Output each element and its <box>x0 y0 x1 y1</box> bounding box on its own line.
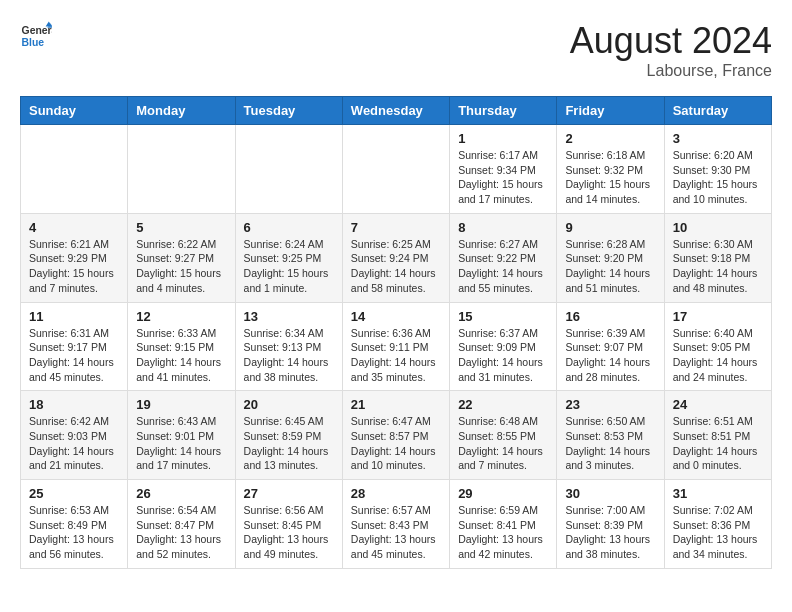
calendar-cell: 12Sunrise: 6:33 AMSunset: 9:15 PMDayligh… <box>128 302 235 391</box>
day-number: 7 <box>351 220 441 235</box>
day-of-week-header: Sunday <box>21 97 128 125</box>
day-info: Sunrise: 6:57 AMSunset: 8:43 PMDaylight:… <box>351 503 441 562</box>
day-info: Sunrise: 6:48 AMSunset: 8:55 PMDaylight:… <box>458 414 548 473</box>
day-info: Sunrise: 6:42 AMSunset: 9:03 PMDaylight:… <box>29 414 119 473</box>
calendar-cell <box>21 125 128 214</box>
day-number: 13 <box>244 309 334 324</box>
calendar-cell: 8Sunrise: 6:27 AMSunset: 9:22 PMDaylight… <box>450 213 557 302</box>
day-info: Sunrise: 6:56 AMSunset: 8:45 PMDaylight:… <box>244 503 334 562</box>
calendar-cell: 19Sunrise: 6:43 AMSunset: 9:01 PMDayligh… <box>128 391 235 480</box>
calendar-cell: 2Sunrise: 6:18 AMSunset: 9:32 PMDaylight… <box>557 125 664 214</box>
calendar-table: SundayMondayTuesdayWednesdayThursdayFrid… <box>20 96 772 569</box>
day-info: Sunrise: 6:40 AMSunset: 9:05 PMDaylight:… <box>673 326 763 385</box>
calendar-cell: 13Sunrise: 6:34 AMSunset: 9:13 PMDayligh… <box>235 302 342 391</box>
day-number: 23 <box>565 397 655 412</box>
day-info: Sunrise: 6:53 AMSunset: 8:49 PMDaylight:… <box>29 503 119 562</box>
day-info: Sunrise: 6:28 AMSunset: 9:20 PMDaylight:… <box>565 237 655 296</box>
month-title: August 2024 <box>570 20 772 62</box>
svg-text:Blue: Blue <box>22 37 45 48</box>
location: Labourse, France <box>570 62 772 80</box>
day-number: 17 <box>673 309 763 324</box>
calendar-cell: 22Sunrise: 6:48 AMSunset: 8:55 PMDayligh… <box>450 391 557 480</box>
day-number: 6 <box>244 220 334 235</box>
day-info: Sunrise: 6:20 AMSunset: 9:30 PMDaylight:… <box>673 148 763 207</box>
day-info: Sunrise: 6:37 AMSunset: 9:09 PMDaylight:… <box>458 326 548 385</box>
calendar-cell: 17Sunrise: 6:40 AMSunset: 9:05 PMDayligh… <box>664 302 771 391</box>
calendar-cell: 21Sunrise: 6:47 AMSunset: 8:57 PMDayligh… <box>342 391 449 480</box>
calendar-cell: 4Sunrise: 6:21 AMSunset: 9:29 PMDaylight… <box>21 213 128 302</box>
day-number: 30 <box>565 486 655 501</box>
day-number: 19 <box>136 397 226 412</box>
calendar-week-row: 1Sunrise: 6:17 AMSunset: 9:34 PMDaylight… <box>21 125 772 214</box>
day-number: 21 <box>351 397 441 412</box>
day-info: Sunrise: 6:50 AMSunset: 8:53 PMDaylight:… <box>565 414 655 473</box>
calendar-cell: 11Sunrise: 6:31 AMSunset: 9:17 PMDayligh… <box>21 302 128 391</box>
day-of-week-header: Thursday <box>450 97 557 125</box>
day-info: Sunrise: 6:54 AMSunset: 8:47 PMDaylight:… <box>136 503 226 562</box>
calendar-cell: 24Sunrise: 6:51 AMSunset: 8:51 PMDayligh… <box>664 391 771 480</box>
calendar-week-row: 18Sunrise: 6:42 AMSunset: 9:03 PMDayligh… <box>21 391 772 480</box>
day-number: 25 <box>29 486 119 501</box>
calendar-cell: 27Sunrise: 6:56 AMSunset: 8:45 PMDayligh… <box>235 480 342 569</box>
day-info: Sunrise: 6:21 AMSunset: 9:29 PMDaylight:… <box>29 237 119 296</box>
day-info: Sunrise: 6:34 AMSunset: 9:13 PMDaylight:… <box>244 326 334 385</box>
calendar-cell: 9Sunrise: 6:28 AMSunset: 9:20 PMDaylight… <box>557 213 664 302</box>
day-info: Sunrise: 6:22 AMSunset: 9:27 PMDaylight:… <box>136 237 226 296</box>
calendar-week-row: 11Sunrise: 6:31 AMSunset: 9:17 PMDayligh… <box>21 302 772 391</box>
day-info: Sunrise: 6:47 AMSunset: 8:57 PMDaylight:… <box>351 414 441 473</box>
day-info: Sunrise: 6:30 AMSunset: 9:18 PMDaylight:… <box>673 237 763 296</box>
day-number: 14 <box>351 309 441 324</box>
day-info: Sunrise: 6:51 AMSunset: 8:51 PMDaylight:… <box>673 414 763 473</box>
day-number: 4 <box>29 220 119 235</box>
calendar-cell: 29Sunrise: 6:59 AMSunset: 8:41 PMDayligh… <box>450 480 557 569</box>
day-number: 18 <box>29 397 119 412</box>
day-number: 16 <box>565 309 655 324</box>
logo: General Blue <box>20 20 52 52</box>
calendar-cell: 15Sunrise: 6:37 AMSunset: 9:09 PMDayligh… <box>450 302 557 391</box>
calendar-cell: 10Sunrise: 6:30 AMSunset: 9:18 PMDayligh… <box>664 213 771 302</box>
day-info: Sunrise: 6:27 AMSunset: 9:22 PMDaylight:… <box>458 237 548 296</box>
day-number: 3 <box>673 131 763 146</box>
day-info: Sunrise: 6:45 AMSunset: 8:59 PMDaylight:… <box>244 414 334 473</box>
day-info: Sunrise: 7:02 AMSunset: 8:36 PMDaylight:… <box>673 503 763 562</box>
calendar-cell: 1Sunrise: 6:17 AMSunset: 9:34 PMDaylight… <box>450 125 557 214</box>
day-of-week-header: Tuesday <box>235 97 342 125</box>
calendar-cell: 16Sunrise: 6:39 AMSunset: 9:07 PMDayligh… <box>557 302 664 391</box>
calendar-cell: 25Sunrise: 6:53 AMSunset: 8:49 PMDayligh… <box>21 480 128 569</box>
day-info: Sunrise: 6:24 AMSunset: 9:25 PMDaylight:… <box>244 237 334 296</box>
calendar-cell: 20Sunrise: 6:45 AMSunset: 8:59 PMDayligh… <box>235 391 342 480</box>
calendar-cell: 18Sunrise: 6:42 AMSunset: 9:03 PMDayligh… <box>21 391 128 480</box>
calendar-cell: 30Sunrise: 7:00 AMSunset: 8:39 PMDayligh… <box>557 480 664 569</box>
day-info: Sunrise: 6:33 AMSunset: 9:15 PMDaylight:… <box>136 326 226 385</box>
logo-icon: General Blue <box>20 20 52 52</box>
day-info: Sunrise: 6:17 AMSunset: 9:34 PMDaylight:… <box>458 148 548 207</box>
day-number: 22 <box>458 397 548 412</box>
calendar-cell: 26Sunrise: 6:54 AMSunset: 8:47 PMDayligh… <box>128 480 235 569</box>
calendar-cell: 5Sunrise: 6:22 AMSunset: 9:27 PMDaylight… <box>128 213 235 302</box>
title-block: August 2024 Labourse, France <box>570 20 772 80</box>
day-info: Sunrise: 6:43 AMSunset: 9:01 PMDaylight:… <box>136 414 226 473</box>
day-number: 1 <box>458 131 548 146</box>
day-number: 2 <box>565 131 655 146</box>
day-number: 9 <box>565 220 655 235</box>
calendar-cell: 3Sunrise: 6:20 AMSunset: 9:30 PMDaylight… <box>664 125 771 214</box>
day-of-week-header: Monday <box>128 97 235 125</box>
calendar-cell <box>235 125 342 214</box>
day-info: Sunrise: 6:59 AMSunset: 8:41 PMDaylight:… <box>458 503 548 562</box>
calendar-cell: 14Sunrise: 6:36 AMSunset: 9:11 PMDayligh… <box>342 302 449 391</box>
day-info: Sunrise: 6:25 AMSunset: 9:24 PMDaylight:… <box>351 237 441 296</box>
day-number: 10 <box>673 220 763 235</box>
day-of-week-header: Friday <box>557 97 664 125</box>
calendar-cell <box>342 125 449 214</box>
day-info: Sunrise: 6:31 AMSunset: 9:17 PMDaylight:… <box>29 326 119 385</box>
day-info: Sunrise: 6:36 AMSunset: 9:11 PMDaylight:… <box>351 326 441 385</box>
day-of-week-header: Saturday <box>664 97 771 125</box>
day-number: 5 <box>136 220 226 235</box>
calendar-week-row: 4Sunrise: 6:21 AMSunset: 9:29 PMDaylight… <box>21 213 772 302</box>
calendar-cell: 6Sunrise: 6:24 AMSunset: 9:25 PMDaylight… <box>235 213 342 302</box>
day-number: 20 <box>244 397 334 412</box>
day-info: Sunrise: 6:18 AMSunset: 9:32 PMDaylight:… <box>565 148 655 207</box>
svg-text:General: General <box>22 25 52 36</box>
calendar-header-row: SundayMondayTuesdayWednesdayThursdayFrid… <box>21 97 772 125</box>
calendar-cell: 7Sunrise: 6:25 AMSunset: 9:24 PMDaylight… <box>342 213 449 302</box>
